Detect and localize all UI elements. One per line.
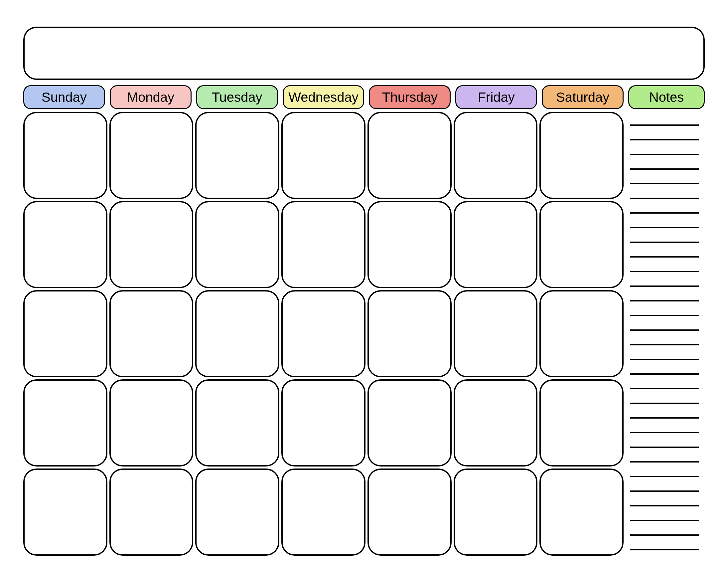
day-cell[interactable] bbox=[281, 290, 365, 377]
day-cell[interactable] bbox=[109, 469, 194, 556]
notes-line bbox=[630, 212, 699, 213]
day-cell[interactable] bbox=[23, 290, 107, 377]
day-cell[interactable] bbox=[367, 112, 452, 199]
day-cell[interactable] bbox=[367, 290, 452, 377]
week-row bbox=[23, 112, 624, 199]
notes-line bbox=[630, 330, 699, 331]
notes-line bbox=[630, 491, 699, 492]
day-cell[interactable] bbox=[454, 469, 538, 556]
header-wednesday: Wednesday bbox=[283, 85, 364, 109]
notes-line bbox=[630, 447, 699, 448]
notes-line bbox=[630, 154, 699, 155]
day-cell[interactable] bbox=[454, 112, 538, 199]
notes-line bbox=[630, 388, 699, 389]
day-cell[interactable] bbox=[23, 201, 107, 288]
notes-line bbox=[630, 286, 699, 287]
notes-line bbox=[630, 300, 699, 302]
header-friday: Friday bbox=[455, 85, 537, 109]
notes-line bbox=[630, 183, 699, 184]
day-cell[interactable] bbox=[281, 201, 365, 288]
day-cell[interactable] bbox=[195, 379, 279, 467]
notes-line bbox=[630, 256, 699, 257]
day-cell[interactable] bbox=[539, 201, 624, 288]
calendar-grid: Sunday Monday Tuesday Wednesday Thursday… bbox=[23, 85, 624, 556]
header-thursday: Thursday bbox=[369, 85, 451, 109]
day-cell[interactable] bbox=[367, 469, 452, 556]
week-row bbox=[23, 201, 624, 288]
notes-line bbox=[630, 139, 699, 140]
notes-line bbox=[630, 476, 699, 477]
day-cell[interactable] bbox=[195, 112, 279, 199]
notes-line bbox=[630, 227, 699, 228]
day-cell[interactable] bbox=[23, 469, 107, 556]
day-cell[interactable] bbox=[454, 201, 538, 288]
notes-line bbox=[630, 505, 699, 506]
notes-line bbox=[630, 417, 699, 419]
day-cell[interactable] bbox=[281, 379, 365, 467]
notes-line bbox=[630, 432, 699, 433]
notes-line bbox=[630, 271, 699, 272]
day-cell[interactable] bbox=[195, 201, 279, 288]
notes-column: Notes bbox=[628, 85, 705, 556]
notes-line bbox=[630, 168, 699, 170]
header-notes: Notes bbox=[628, 85, 705, 109]
day-cell[interactable] bbox=[281, 469, 365, 556]
day-cell[interactable] bbox=[109, 379, 194, 467]
day-cell[interactable] bbox=[195, 290, 279, 377]
header-sunday: Sunday bbox=[23, 85, 105, 109]
day-header-row: Sunday Monday Tuesday Wednesday Thursday… bbox=[23, 85, 624, 109]
calendar-template: Sunday Monday Tuesday Wednesday Thursday… bbox=[0, 0, 728, 563]
day-cell[interactable] bbox=[454, 290, 538, 377]
notes-line bbox=[630, 241, 699, 243]
notes-line bbox=[630, 344, 699, 346]
week-row bbox=[23, 379, 624, 467]
notes-line bbox=[630, 403, 699, 404]
notes-line bbox=[630, 534, 699, 536]
day-cell[interactable] bbox=[367, 201, 452, 288]
weeks-container bbox=[23, 112, 624, 556]
day-cell[interactable] bbox=[367, 379, 452, 467]
calendar-layout: Sunday Monday Tuesday Wednesday Thursday… bbox=[23, 85, 705, 556]
day-cell[interactable] bbox=[195, 469, 279, 556]
notes-line bbox=[630, 373, 699, 375]
notes-lines[interactable] bbox=[628, 124, 705, 550]
header-monday: Monday bbox=[110, 85, 192, 109]
notes-line bbox=[630, 520, 699, 521]
day-cell[interactable] bbox=[454, 379, 538, 467]
notes-line bbox=[630, 549, 699, 550]
day-cell[interactable] bbox=[109, 201, 194, 288]
header-saturday: Saturday bbox=[542, 85, 624, 109]
day-cell[interactable] bbox=[539, 469, 624, 556]
week-row bbox=[23, 469, 624, 556]
notes-line bbox=[630, 461, 699, 463]
day-cell[interactable] bbox=[539, 379, 624, 467]
notes-line bbox=[630, 315, 699, 316]
notes-line bbox=[630, 198, 699, 199]
day-cell[interactable] bbox=[281, 112, 365, 199]
day-cell[interactable] bbox=[109, 290, 194, 377]
notes-line bbox=[630, 124, 699, 126]
header-tuesday: Tuesday bbox=[196, 85, 278, 109]
title-input-area[interactable] bbox=[23, 27, 705, 80]
notes-line bbox=[630, 359, 699, 360]
day-cell[interactable] bbox=[539, 290, 624, 377]
week-row bbox=[23, 290, 624, 377]
day-cell[interactable] bbox=[109, 112, 194, 199]
day-cell[interactable] bbox=[23, 112, 107, 199]
day-cell[interactable] bbox=[539, 112, 624, 199]
day-cell[interactable] bbox=[23, 379, 107, 467]
